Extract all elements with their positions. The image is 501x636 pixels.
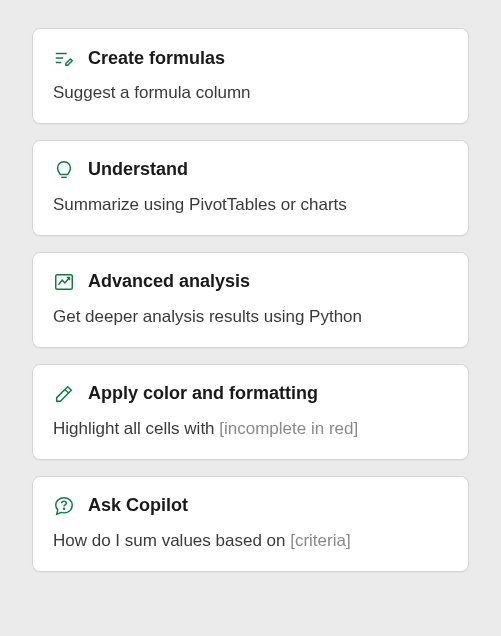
formula-pen-icon bbox=[53, 47, 75, 69]
card-header: Create formulas bbox=[53, 47, 448, 69]
card-description: Get deeper analysis results using Python bbox=[53, 306, 448, 329]
card-advanced-analysis[interactable]: Advanced analysis Get deeper analysis re… bbox=[32, 252, 469, 348]
card-title: Understand bbox=[88, 159, 188, 180]
card-description: Highlight all cells with [incomplete in … bbox=[53, 418, 448, 441]
card-placeholder: [criteria] bbox=[290, 531, 350, 550]
card-title: Create formulas bbox=[88, 48, 225, 69]
card-description: Summarize using PivotTables or charts bbox=[53, 194, 448, 217]
card-description-text: Suggest a formula column bbox=[53, 83, 251, 102]
card-header: Apply color and formatting bbox=[53, 383, 448, 405]
card-create-formulas[interactable]: Create formulas Suggest a formula column bbox=[32, 28, 469, 124]
card-description-text: Highlight all cells with bbox=[53, 419, 219, 438]
lightbulb-icon bbox=[53, 159, 75, 181]
card-description: How do I sum values based on [criteria] bbox=[53, 530, 448, 553]
card-title: Apply color and formatting bbox=[88, 383, 318, 404]
card-title: Advanced analysis bbox=[88, 271, 250, 292]
card-understand[interactable]: Understand Summarize using PivotTables o… bbox=[32, 140, 469, 236]
card-ask-copilot[interactable]: Ask Copilot How do I sum values based on… bbox=[32, 476, 469, 572]
svg-point-1 bbox=[63, 508, 64, 509]
chat-question-icon bbox=[53, 495, 75, 517]
card-description-text: Summarize using PivotTables or charts bbox=[53, 195, 347, 214]
edit-pen-icon bbox=[53, 383, 75, 405]
card-description: Suggest a formula column bbox=[53, 82, 448, 105]
card-description-text: How do I sum values based on bbox=[53, 531, 290, 550]
card-header: Ask Copilot bbox=[53, 495, 448, 517]
card-header: Advanced analysis bbox=[53, 271, 448, 293]
card-title: Ask Copilot bbox=[88, 495, 188, 516]
card-placeholder: [incomplete in red] bbox=[219, 419, 358, 438]
chart-line-icon bbox=[53, 271, 75, 293]
card-description-text: Get deeper analysis results using Python bbox=[53, 307, 362, 326]
card-apply-formatting[interactable]: Apply color and formatting Highlight all… bbox=[32, 364, 469, 460]
card-header: Understand bbox=[53, 159, 448, 181]
